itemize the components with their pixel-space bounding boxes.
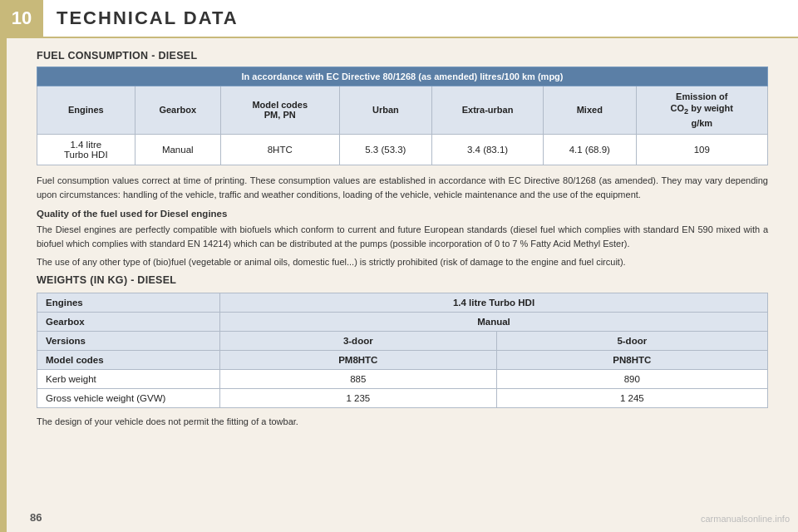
weights-row-gvw: Gross vehicle weight (GVW) 1 235 1 245: [37, 388, 768, 407]
cell-gearbox: Manual: [135, 134, 220, 165]
weights-value-versions-col1: 3-door: [220, 331, 497, 350]
fuel-section-title: FUEL CONSUMPTION - DIESEL: [37, 50, 768, 62]
fuel-data-row: 1.4 litreTurbo HDI Manual 8HTC 5.3 (53.3…: [37, 134, 768, 165]
col-engines: Engines: [37, 86, 135, 135]
weights-value-gearbox: Manual: [220, 312, 768, 331]
weights-row-versions: Versions 3-door 5-door: [37, 331, 768, 350]
weights-value-kerb-col2: 890: [496, 369, 767, 388]
cell-engine: 1.4 litreTurbo HDI: [37, 134, 135, 165]
fuel-table-wrapper: In accordance with EC Directive 80/1268 …: [37, 66, 768, 165]
quality-text1: The Diesel engines are perfectly compati…: [37, 223, 768, 251]
weights-value-kerb-col1: 885: [220, 369, 497, 388]
weights-value-gvw-col2: 1 245: [496, 388, 767, 407]
weights-value-engines: 1.4 litre Turbo HDI: [220, 293, 768, 312]
chapter-title: TECHNICAL DATA: [43, 0, 239, 37]
fuel-body-text: Fuel consumption values correct at time …: [37, 174, 768, 202]
weights-label-versions: Versions: [37, 331, 220, 350]
weights-label-gearbox: Gearbox: [37, 312, 220, 331]
weights-value-versions-col2: 5-door: [496, 331, 767, 350]
left-accent-bar: [0, 38, 7, 532]
weights-table: Engines 1.4 litre Turbo HDI Gearbox Manu…: [37, 293, 768, 408]
col-gearbox: Gearbox: [135, 86, 220, 135]
col-emission: Emission ofCO2 by weightg/km: [636, 86, 767, 135]
main-content: FUEL CONSUMPTION - DIESEL In accordance …: [0, 38, 798, 435]
weights-row-kerb: Kerb weight 885 890: [37, 369, 768, 388]
fuel-table-main-header: In accordance with EC Directive 80/1268 …: [37, 67, 768, 86]
weights-label-model-codes: Model codes: [37, 350, 220, 369]
fuel-table-col-header-row: Engines Gearbox Model codesPM, PN Urban …: [37, 86, 768, 135]
chapter-number: 10: [0, 0, 43, 37]
page-number: 86: [30, 511, 42, 524]
col-extra-urban: Extra-urban: [432, 86, 544, 135]
col-model-codes: Model codesPM, PN: [220, 86, 339, 135]
col-mixed: Mixed: [544, 86, 637, 135]
cell-model-codes: 8HTC: [220, 134, 339, 165]
fuel-table: In accordance with EC Directive 80/1268 …: [37, 66, 768, 165]
weights-label-engines: Engines: [37, 293, 220, 312]
weights-value-gvw-col1: 1 235: [220, 388, 497, 407]
page-header: 10 TECHNICAL DATA: [0, 0, 798, 38]
cell-emission: 109: [636, 134, 767, 165]
watermark: carmanualsonline.info: [701, 514, 790, 524]
cell-urban: 5.3 (53.3): [339, 134, 432, 165]
fuel-table-main-header-row: In accordance with EC Directive 80/1268 …: [37, 67, 768, 86]
col-urban: Urban: [339, 86, 432, 135]
weights-label-kerb: Kerb weight: [37, 369, 220, 388]
weights-row-model-codes: Model codes PM8HTC PN8HTC: [37, 350, 768, 369]
quality-title: Quality of the fuel used for Diesel engi…: [37, 209, 768, 219]
weights-value-model-codes-col1: PM8HTC: [220, 350, 497, 369]
weights-label-gvw: Gross vehicle weight (GVW): [37, 388, 220, 407]
cell-mixed: 4.1 (68.9): [544, 134, 637, 165]
weights-row-gearbox: Gearbox Manual: [37, 312, 768, 331]
cell-extra-urban: 3.4 (83.1): [432, 134, 544, 165]
weights-row-engines: Engines 1.4 litre Turbo HDI: [37, 293, 768, 312]
quality-text2: The use of any other type of (bio)fuel (…: [37, 255, 768, 269]
footer-note: The design of your vehicle does not perm…: [37, 416, 768, 426]
weights-section-title: WEIGHTS (IN KG) - DIESEL: [37, 274, 768, 286]
weights-value-model-codes-col2: PN8HTC: [496, 350, 767, 369]
